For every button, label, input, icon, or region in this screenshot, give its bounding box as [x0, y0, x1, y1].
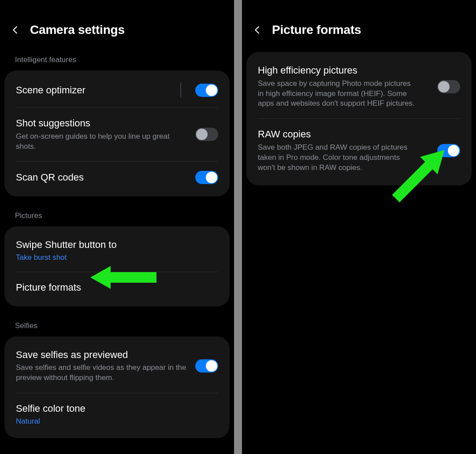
- row-save-selfies-previewed[interactable]: Save selfies as previewed Save selfies a…: [4, 339, 230, 393]
- row-selfie-color-tone[interactable]: Selfie color tone Natural: [4, 393, 230, 436]
- row-swipe-shutter[interactable]: Swipe Shutter button to Take burst shot: [4, 229, 230, 272]
- screen-picture-formats: Picture formats High efficiency pictures…: [242, 0, 476, 454]
- card-pictures: Swipe Shutter button to Take burst shot …: [4, 226, 230, 306]
- row-title: High efficiency pictures: [258, 64, 430, 77]
- row-value: Take burst shot: [16, 253, 218, 262]
- page-title: Picture formats: [272, 23, 361, 37]
- section-label-pictures: Pictures: [0, 205, 234, 226]
- back-icon[interactable]: [253, 25, 262, 35]
- row-picture-formats[interactable]: Picture formats: [4, 272, 230, 304]
- row-title: Shot suggestions: [16, 117, 188, 130]
- toggle-raw-copies[interactable]: [437, 144, 460, 157]
- toggle-scan-qr[interactable]: [195, 171, 218, 184]
- row-subtitle: Save selfies and selfie videos as they a…: [16, 363, 188, 383]
- card-formats: High efficiency pictures Save space by c…: [246, 52, 472, 185]
- row-value: Natural: [16, 417, 218, 426]
- section-label-intelligent: Intelligent features: [0, 49, 234, 70]
- row-title: Scan QR codes: [16, 171, 188, 184]
- card-intelligent: Scene optimizer Shot suggestions Get on-…: [4, 70, 230, 196]
- row-title: Picture formats: [16, 281, 218, 294]
- row-title: Selfie color tone: [16, 402, 218, 415]
- toggle-save-selfies-previewed[interactable]: [195, 359, 218, 373]
- row-subtitle: Save both JPEG and RAW copies of picture…: [258, 143, 416, 173]
- section-label-selfies: Selfies: [0, 315, 234, 336]
- section-label-videos: Videos: [0, 447, 234, 454]
- row-title: RAW copies: [258, 128, 430, 141]
- row-subtitle: Get on-screen guides to help you line up…: [16, 132, 188, 152]
- toggle-high-efficiency-pictures[interactable]: [437, 80, 460, 93]
- row-shot-suggestions[interactable]: Shot suggestions Get on-screen guides to…: [4, 107, 230, 161]
- screen-camera-settings: Camera settings Intelligent features Sce…: [0, 0, 234, 454]
- back-icon[interactable]: [11, 25, 20, 35]
- header: Camera settings: [0, 0, 234, 49]
- header: Picture formats: [242, 0, 476, 49]
- toggle-scene-optimizer[interactable]: [195, 84, 218, 97]
- row-raw-copies[interactable]: RAW copies Save both JPEG and RAW copies…: [246, 118, 472, 182]
- row-title: Swipe Shutter button to: [16, 239, 218, 251]
- divider-vertical: [180, 83, 181, 98]
- card-selfies: Save selfies as previewed Save selfies a…: [4, 336, 230, 438]
- toggle-shot-suggestions[interactable]: [195, 128, 218, 141]
- row-high-efficiency-pictures[interactable]: High efficiency pictures Save space by c…: [246, 55, 472, 118]
- row-subtitle: Save space by capturing Photo mode pictu…: [258, 79, 416, 109]
- row-title: Scene optimizer: [16, 84, 173, 97]
- page-title: Camera settings: [30, 23, 125, 37]
- row-scan-qr[interactable]: Scan QR codes: [4, 161, 230, 194]
- row-title: Save selfies as previewed: [16, 349, 188, 362]
- row-scene-optimizer[interactable]: Scene optimizer: [4, 73, 230, 107]
